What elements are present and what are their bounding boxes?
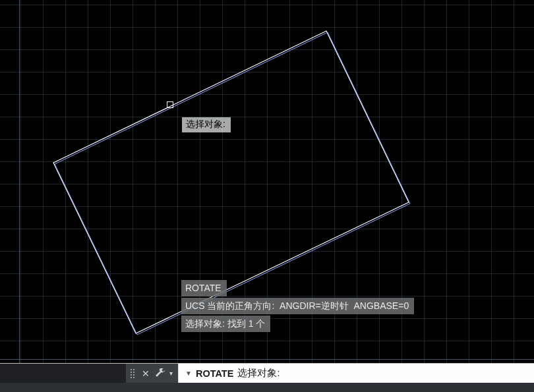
history-line: UCS 当前的正角方向: ANGDIR=逆时针 ANGBASE=0 <box>181 298 414 314</box>
command-line-bar[interactable]: ✕ ▾ ▼ ROTATE 选择对象: <box>0 363 534 383</box>
status-bar-strip <box>0 383 534 392</box>
grip-handle-icon[interactable] <box>130 368 135 379</box>
bar-spacer <box>0 364 126 383</box>
command-prompt-text: 选择对象: <box>237 367 280 379</box>
active-command-name: ROTATE <box>196 368 233 379</box>
axis-x <box>0 359 534 360</box>
history-line: ROTATE <box>181 280 227 296</box>
command-history: ROTATE UCS 当前的正角方向: ANGDIR=逆时针 ANGBASE=0… <box>181 279 414 332</box>
cursor-pickbox <box>167 101 173 108</box>
dropdown-icon[interactable]: ▼ <box>185 370 192 377</box>
command-input[interactable]: ▼ ROTATE 选择对象: <box>178 364 534 383</box>
drawing-canvas[interactable]: 选择对象: ROTATE UCS 当前的正角方向: ANGDIR=逆时针 ANG… <box>0 0 534 363</box>
axis-y <box>19 0 20 363</box>
close-icon[interactable]: ✕ <box>139 368 152 379</box>
chevron-down-icon[interactable]: ▾ <box>168 370 173 377</box>
command-bar-controls: ✕ ▾ <box>126 364 178 383</box>
cursor-tooltip: 选择对象: <box>182 117 231 132</box>
customize-icon[interactable] <box>154 368 167 379</box>
history-line: 选择对象: 找到 1 个 <box>181 316 270 332</box>
